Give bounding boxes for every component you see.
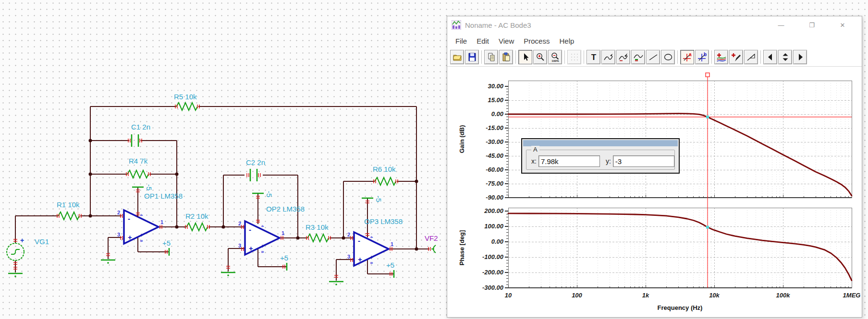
svg-text:2: 2: [117, 210, 120, 215]
svg-text:1: 1: [281, 230, 284, 236]
gain-tick-label: -75.00: [486, 180, 504, 187]
curve-edit-icon[interactable]: [601, 50, 615, 64]
cursor-box-titlebar[interactable]: [523, 140, 678, 146]
select-arrow-icon[interactable]: [518, 50, 532, 64]
cursor-a-icon[interactable]: a: [680, 50, 694, 64]
component-label-r4[interactable]: R4 7k: [129, 157, 148, 165]
svg-text:+: +: [358, 255, 362, 263]
gain-tick-label: 15.00: [488, 96, 503, 104]
gain-tick-label: -30.00: [486, 138, 504, 145]
svg-text:8: 8: [369, 262, 374, 264]
toolbar-divider: [447, 66, 862, 67]
slope-flag-icon[interactable]: [744, 50, 758, 64]
pen-pick-icon[interactable]: [729, 50, 743, 64]
svg-text:2: 2: [238, 221, 241, 226]
component-label-plus5[interactable]: +5: [386, 261, 394, 269]
svg-text:+: +: [261, 243, 264, 249]
svg-text:2: 2: [347, 232, 350, 237]
component-label-r2[interactable]: R2 10k: [185, 212, 208, 220]
resistor[interactable]: [127, 170, 148, 178]
component-label-plus5[interactable]: +5: [162, 239, 171, 247]
resistor[interactable]: [375, 177, 396, 185]
menu-item-file[interactable]: File: [451, 35, 472, 47]
svg-text:1: 1: [160, 219, 163, 225]
svg-text:8: 8: [139, 240, 144, 242]
maximize-button[interactable]: ❐: [796, 16, 827, 34]
component-label-op2[interactable]: OP2 LM358: [266, 205, 305, 213]
phase-tick-label: -200.00: [482, 269, 504, 276]
svg-text:+: +: [140, 232, 143, 238]
gain-tick-label: 30.00: [488, 83, 503, 90]
gain-tick-label: -60.00: [486, 166, 504, 173]
component-label-op3[interactable]: OP3 LM358: [364, 217, 403, 225]
svg-text:b: b: [704, 52, 707, 57]
menubar: FileEditViewProcessHelp: [447, 34, 862, 48]
toolbar-separator: [481, 50, 482, 64]
svg-text:3: 3: [238, 243, 241, 248]
freq-tick-label: 10: [505, 292, 512, 299]
component-label-r1[interactable]: R1 10k: [57, 201, 80, 209]
nav-left-icon[interactable]: [763, 50, 777, 64]
component-label-c1[interactable]: C1 2n: [131, 123, 150, 131]
toolbar: 100%Tab: [447, 48, 862, 66]
cursor-x-field[interactable]: [538, 155, 600, 167]
cursor-y-label: y:: [606, 157, 611, 165]
curve-edit-alt-icon[interactable]: [616, 50, 630, 64]
zoom-in-icon[interactable]: [533, 50, 547, 64]
ellipse-tool-icon[interactable]: [661, 50, 675, 64]
cursor-b-icon[interactable]: b: [695, 50, 709, 64]
paste-icon[interactable]: [499, 50, 513, 64]
curve-marks-icon[interactable]: [631, 50, 645, 64]
cursor-info-box[interactable]: A x: y:: [521, 138, 680, 174]
freq-tick-label: 100: [572, 292, 582, 299]
nav-spin-icon[interactable]: [778, 50, 792, 64]
freq-tick-label: 100k: [776, 292, 791, 299]
open-file-icon[interactable]: [450, 50, 464, 64]
gain-tick-label: -45.00: [486, 152, 504, 159]
menu-item-process[interactable]: Process: [519, 35, 554, 47]
svg-text:+: +: [128, 233, 132, 241]
line-tool-icon[interactable]: [646, 50, 660, 64]
component-label-r6[interactable]: R6 10k: [373, 165, 396, 173]
titlebar[interactable]: Noname - AC Bode3 — ❐ ✕: [447, 16, 862, 34]
component-label-c2[interactable]: C2 2n: [246, 158, 265, 166]
resistor[interactable]: [176, 103, 197, 110]
cursor-y-field[interactable]: [613, 155, 674, 167]
add-curve-icon[interactable]: [714, 50, 728, 64]
menu-item-view[interactable]: View: [494, 35, 519, 47]
minimize-button[interactable]: —: [766, 16, 796, 34]
component-label-minus5[interactable]: -5: [265, 191, 273, 197]
cursor-phase-marker: [706, 226, 709, 229]
grid-icon[interactable]: [567, 50, 581, 64]
component-label-vg1[interactable]: VG1: [35, 237, 49, 246]
zoom-100-icon[interactable]: 100%: [548, 50, 562, 64]
component-label-minus5[interactable]: -5: [375, 196, 383, 202]
component-label-r5[interactable]: R5 10k: [174, 93, 197, 101]
menu-item-help[interactable]: Help: [554, 35, 579, 47]
component-label-plus5[interactable]: +5: [280, 254, 288, 262]
svg-text:3: 3: [117, 232, 120, 237]
gain-axis-title: Gain (dB): [458, 125, 465, 154]
resistor[interactable]: [58, 212, 79, 220]
text-tool-icon[interactable]: T: [587, 50, 600, 64]
svg-text:8: 8: [260, 251, 265, 253]
phase-tick-label: 100.00: [484, 223, 504, 230]
copy-icon[interactable]: [484, 50, 498, 64]
resistor[interactable]: [307, 234, 329, 242]
component-label-minus5[interactable]: -5: [145, 184, 153, 190]
close-button[interactable]: ✕: [827, 16, 858, 34]
menu-item-edit[interactable]: Edit: [472, 35, 494, 47]
svg-text:4: 4: [369, 236, 374, 238]
resistor[interactable]: [186, 223, 208, 231]
svg-text:+: +: [370, 254, 373, 260]
cursor-handle[interactable]: [706, 73, 709, 77]
phase-curve[interactable]: [508, 213, 852, 281]
nav-right-icon[interactable]: [793, 50, 807, 64]
save-icon[interactable]: [465, 50, 479, 64]
bode-plot[interactable]: 30.0015.000.00-15.00-30.00-45.00-60.00-7…: [447, 69, 861, 317]
component-label-op1[interactable]: OP1 LM358: [144, 192, 183, 200]
phase-tick-label: -100.00: [482, 253, 504, 260]
toolbar-separator: [711, 50, 712, 64]
component-label-r3[interactable]: R3 10k: [306, 223, 329, 231]
component-label-vf2[interactable]: VF2: [425, 234, 438, 242]
